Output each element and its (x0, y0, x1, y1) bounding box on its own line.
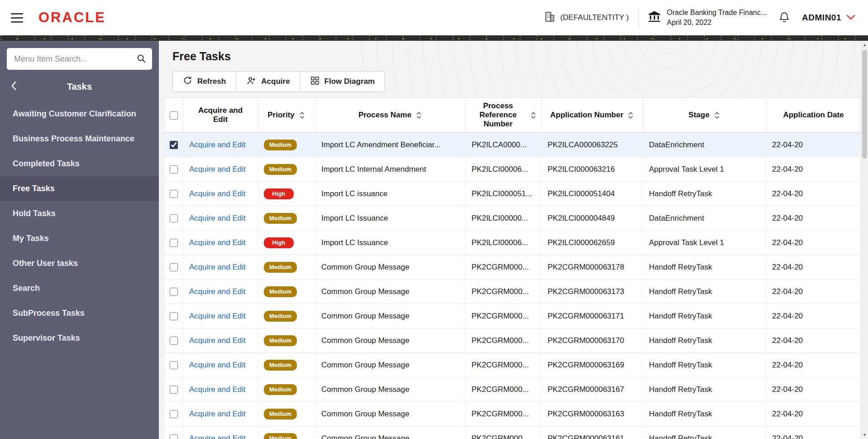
acquire-edit-link[interactable]: Acquire and Edit (189, 312, 246, 320)
sidebar-item-subprocess-tasks[interactable]: SubProcess Tasks (0, 301, 159, 326)
flow-diagram-icon (310, 76, 320, 87)
stage-cell: Handoff RetryTask (643, 377, 766, 402)
acquire-edit-link[interactable]: Acquire and Edit (189, 434, 246, 439)
entity-selector[interactable]: (DEFAULTENTITY ) (544, 11, 629, 25)
select-all-checkbox[interactable] (170, 111, 178, 120)
application-number-cell: PK2CGRM000063178 (542, 255, 643, 280)
row-checkbox[interactable] (170, 434, 178, 439)
vertical-scrollbar[interactable]: ▲ ▼ (861, 41, 868, 439)
sidebar-item-awaiting-customer-clarification[interactable]: Awaiting Customer Clarification (0, 101, 159, 126)
header-divider (638, 7, 639, 28)
stage-cell: Handoff RetryTask (643, 426, 766, 439)
sidebar-item-search[interactable]: Search (0, 276, 159, 301)
process-name-cell: Common Group Message (315, 255, 466, 280)
table-row: Acquire and Edit High Import LC Issuance… (164, 231, 861, 255)
scroll-up-arrow[interactable]: ▲ (861, 41, 868, 49)
hamburger-menu-button[interactable] (8, 10, 26, 25)
column-header-priority[interactable]: Priority (258, 98, 315, 133)
process-name-cell: Import LC Issuance (315, 231, 466, 255)
sidebar-item-business-process-maintenance[interactable]: Business Process Maintenance (0, 126, 159, 151)
row-checkbox[interactable] (170, 288, 178, 296)
row-checkbox[interactable] (170, 263, 178, 271)
task-table-body: Acquire and Edit Medium Import LC Amendm… (164, 133, 861, 439)
acquire-edit-link[interactable]: Acquire and Edit (189, 410, 246, 418)
application-number-cell: PK2ILCI000004849 (542, 206, 643, 231)
row-checkbox[interactable] (170, 312, 178, 320)
stage-cell: Handoff RetryTask (643, 182, 766, 206)
column-header-application-date[interactable]: Application Date (766, 98, 861, 133)
acquire-edit-link[interactable]: Acquire and Edit (189, 336, 246, 345)
row-checkbox[interactable] (170, 337, 178, 345)
sidebar-item-other-user-tasks[interactable]: Other User tasks (0, 251, 159, 276)
process-name-cell: Common Group Message (315, 353, 466, 377)
acquire-edit-link[interactable]: Acquire and Edit (189, 287, 246, 296)
column-header-process-reference-number[interactable]: Process Reference Number (466, 98, 542, 133)
process-name-cell: Common Group Message (315, 304, 466, 328)
acquire-edit-link[interactable]: Acquire and Edit (189, 385, 246, 394)
process-name-cell: Import LC issuance (315, 182, 466, 206)
acquire-edit-link[interactable]: Acquire and Edit (189, 263, 246, 271)
application-number-cell: PK2CGRM000063171 (542, 304, 643, 328)
process-name-cell: Common Group Message (315, 377, 466, 402)
menu-search-input[interactable] (7, 48, 152, 70)
priority-badge: High (264, 237, 294, 248)
column-header-process-name[interactable]: Process Name (315, 98, 466, 133)
free-tasks-table: Acquire and Edit Priority Process Name (164, 97, 861, 439)
stage-cell: Handoff RetryTask (643, 255, 766, 280)
row-checkbox[interactable] (170, 410, 178, 418)
sidebar-back-button[interactable] (11, 81, 17, 92)
sidebar-item-hold-tasks[interactable]: Hold Tasks (0, 201, 159, 226)
acquire-edit-link[interactable]: Acquire and Edit (189, 165, 246, 174)
application-number-cell: PK2CGRM000063161 (542, 426, 643, 439)
sort-icon (627, 111, 634, 119)
application-number-cell: PK2ILCA000063225 (542, 133, 643, 157)
acquire-edit-link[interactable]: Acquire and Edit (189, 361, 246, 369)
priority-badge: High (264, 188, 294, 199)
table-row: Acquire and Edit Medium Common Group Mes… (164, 377, 861, 402)
user-menu[interactable]: ADMIN01 (802, 13, 855, 23)
row-checkbox[interactable] (170, 386, 178, 394)
refresh-button[interactable]: Refresh (173, 72, 236, 92)
row-checkbox[interactable] (170, 190, 178, 198)
row-checkbox[interactable] (170, 239, 178, 247)
table-row: Acquire and Edit Medium Import LC Intern… (164, 157, 861, 182)
sidebar-item-supervisor-tasks[interactable]: Supervisor Tasks (0, 326, 159, 351)
search-button[interactable] (133, 51, 149, 67)
stage-cell: Handoff RetryTask (643, 353, 766, 377)
application-number-cell: PK2ILCI000063216 (542, 157, 643, 182)
acquire-button[interactable]: Acquire (236, 72, 300, 92)
flow-diagram-label: Flow Diagram (324, 77, 375, 86)
top-header: ORACLE (DEFAULTENTITY ) Oracle Ban (0, 0, 868, 35)
sidebar-item-completed-tasks[interactable]: Completed Tasks (0, 151, 159, 176)
table-row: Acquire and Edit High Import LC issuance… (164, 182, 861, 206)
application-date-cell: 22-04-20 (766, 206, 861, 231)
priority-badge: Medium (264, 164, 297, 175)
row-checkbox[interactable] (170, 141, 178, 149)
sidebar-item-free-tasks[interactable]: Free Tasks (0, 176, 159, 201)
main-content: Free Tasks Refresh Acquire (159, 41, 861, 439)
table-row: Acquire and Edit Medium Import LC Issuan… (164, 206, 861, 231)
acquire-edit-link[interactable]: Acquire and Edit (189, 140, 246, 149)
row-checkbox[interactable] (170, 214, 178, 222)
column-header-application-number[interactable]: Application Number (542, 98, 643, 133)
row-checkbox[interactable] (170, 361, 178, 369)
sort-icon (299, 111, 305, 119)
app-info[interactable]: Oracle Banking Trade Financ... April 20,… (648, 8, 767, 27)
process-reference-cell: PK2ILCI000051... (466, 182, 542, 206)
process-name-cell: Common Group Message (315, 328, 466, 353)
application-number-cell: PK2CGRM000063167 (542, 377, 643, 402)
sidebar-item-my-tasks[interactable]: My Tasks (0, 226, 159, 251)
flow-diagram-button[interactable]: Flow Diagram (300, 72, 385, 92)
row-checkbox[interactable] (170, 165, 178, 174)
process-reference-cell: PK2ILCI00006... (466, 157, 542, 182)
column-header-stage[interactable]: Stage (643, 98, 766, 133)
acquire-edit-link[interactable]: Acquire and Edit (189, 214, 246, 222)
application-date-cell: 22-04-20 (766, 377, 861, 402)
scroll-thumb[interactable] (862, 50, 867, 159)
notifications-button[interactable] (778, 11, 790, 24)
scroll-down-arrow[interactable]: ▼ (861, 431, 868, 439)
acquire-edit-link[interactable]: Acquire and Edit (189, 189, 246, 198)
refresh-icon (183, 76, 192, 87)
acquire-edit-link[interactable]: Acquire and Edit (189, 238, 246, 247)
application-number-cell: PK2ILCI000062659 (542, 231, 643, 255)
